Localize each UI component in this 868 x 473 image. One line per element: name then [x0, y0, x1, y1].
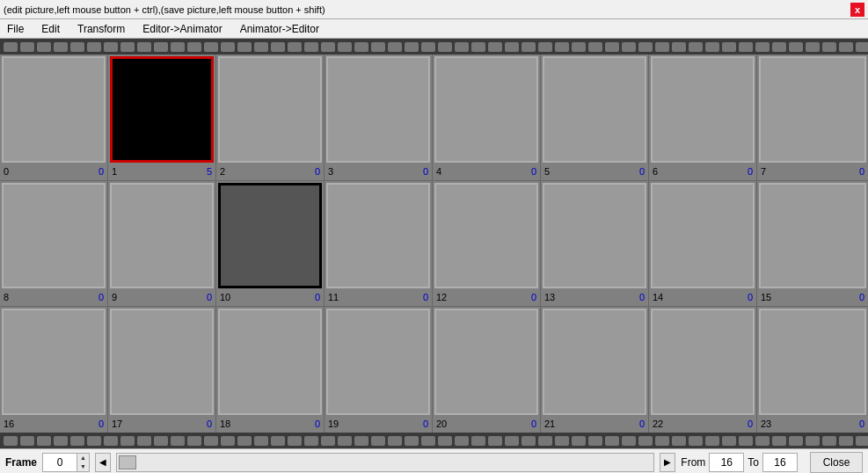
frame-val-21[interactable]: 0: [639, 418, 645, 429]
frame-cell-19[interactable]: 19 0: [325, 307, 433, 433]
frame-cell-10[interactable]: 10 0: [216, 181, 325, 307]
frame-scrollbar[interactable]: [116, 453, 654, 472]
frame-cell-12[interactable]: 12 0: [433, 181, 541, 307]
frame-val-22[interactable]: 0: [748, 418, 753, 429]
film-hole: [120, 436, 135, 446]
frame-cell-17[interactable]: 17 0: [108, 307, 216, 433]
film-hole: [254, 436, 268, 446]
frame-cell-2[interactable]: 2 0: [216, 55, 325, 180]
frame-cell-15[interactable]: 15 0: [757, 181, 868, 307]
frame-val-20[interactable]: 0: [531, 418, 536, 429]
window-close-button[interactable]: x: [850, 3, 864, 17]
frame-val-2[interactable]: 0: [315, 166, 320, 177]
frame-cell-18[interactable]: 18 0: [216, 307, 325, 433]
top-film-strip: [0, 39, 868, 55]
film-hole: [137, 436, 151, 446]
frame-thumbnail-11: [326, 183, 430, 289]
frame-val-8[interactable]: 0: [98, 292, 104, 302]
frame-spin-down[interactable]: ▼: [77, 462, 89, 471]
frame-val-0[interactable]: 0: [98, 166, 104, 177]
grid-row-1: 8 0 9 0 10 0 11 0: [0, 181, 868, 308]
frame-num-21: 21: [544, 418, 555, 429]
frame-val-5[interactable]: 0: [639, 166, 645, 177]
frame-val-16[interactable]: 0: [98, 418, 104, 429]
film-hole: [638, 42, 653, 52]
frame-cell-22[interactable]: 22 0: [649, 307, 757, 433]
frame-cell-4[interactable]: 4 0: [433, 55, 541, 180]
film-hole: [689, 42, 703, 52]
film-hole: [20, 436, 34, 446]
frame-cell-13[interactable]: 13 0: [541, 181, 649, 307]
frame-thumbnail-22: [651, 309, 755, 415]
frame-val-19[interactable]: 0: [423, 418, 428, 429]
menu-file[interactable]: File: [4, 21, 27, 37]
frame-val-6[interactable]: 0: [748, 166, 753, 177]
menu-edit[interactable]: Edit: [38, 21, 63, 37]
frame-cell-23[interactable]: 23 0: [757, 307, 868, 433]
nav-prev-button[interactable]: ◀: [95, 453, 111, 472]
frame-num-18: 18: [220, 418, 230, 429]
film-hole: [572, 436, 586, 446]
frame-input[interactable]: [42, 453, 77, 472]
frame-cell-20[interactable]: 20 0: [433, 307, 541, 433]
film-hole: [271, 436, 285, 446]
frame-val-15[interactable]: 0: [859, 292, 864, 302]
frame-cell-6[interactable]: 6 0: [649, 55, 757, 180]
film-hole: [354, 436, 368, 446]
film-hole: [70, 42, 84, 52]
film-hole: [655, 436, 669, 446]
to-input[interactable]: [762, 453, 798, 472]
frame-val-11[interactable]: 0: [423, 292, 428, 302]
frame-cell-21[interactable]: 21 0: [541, 307, 649, 433]
frame-cell-5[interactable]: 5 0: [541, 55, 649, 180]
frame-cell-14[interactable]: 14 0: [649, 181, 757, 307]
frame-cell-0[interactable]: 0 0: [0, 55, 108, 180]
film-hole: [689, 436, 703, 446]
frame-num-14: 14: [653, 292, 663, 302]
menu-transform[interactable]: Transform: [74, 21, 128, 37]
close-button[interactable]: Close: [810, 452, 863, 473]
frame-val-4[interactable]: 0: [531, 166, 536, 177]
nav-next-button[interactable]: ▶: [660, 453, 675, 472]
frame-val-23[interactable]: 0: [859, 418, 864, 429]
frame-val-9[interactable]: 0: [207, 292, 212, 302]
film-hole: [772, 436, 786, 446]
film-hole: [405, 42, 419, 52]
frame-val-12[interactable]: 0: [531, 292, 536, 302]
film-hole: [120, 42, 135, 52]
frame-val-13[interactable]: 0: [639, 292, 645, 302]
frame-spinner[interactable]: ▲ ▼: [42, 453, 90, 472]
menu-editor-animator[interactable]: Editor->Animator: [139, 21, 225, 37]
frame-cell-8[interactable]: 8 0: [0, 181, 108, 307]
frame-cell-11[interactable]: 11 0: [325, 181, 433, 307]
frame-val-14[interactable]: 0: [748, 292, 753, 302]
scrollbar-thumb[interactable]: [119, 455, 136, 469]
frame-val-18[interactable]: 0: [315, 418, 320, 429]
frame-val-3[interactable]: 0: [423, 166, 428, 177]
frame-cell-1[interactable]: 1 5: [108, 55, 216, 180]
grid-row-0: 0 0 1 5 2 0 3 0: [0, 55, 868, 181]
film-hole: [104, 42, 118, 52]
frame-val-17[interactable]: 0: [207, 418, 212, 429]
frame-spin-arrows[interactable]: ▲ ▼: [77, 453, 90, 472]
from-label: From: [681, 456, 705, 469]
film-hole: [638, 436, 653, 446]
frame-val-7[interactable]: 0: [859, 166, 864, 177]
menu-animator-editor[interactable]: Animator->Editor: [237, 21, 323, 37]
film-hole: [455, 436, 469, 446]
frame-cell-9[interactable]: 9 0: [108, 181, 216, 307]
film-hole: [271, 42, 285, 52]
frame-thumbnail-19: [326, 309, 430, 415]
frame-cell-7[interactable]: 7 0: [757, 55, 868, 180]
frame-val-1[interactable]: 5: [207, 166, 212, 177]
frame-cell-16[interactable]: 16 0: [0, 307, 108, 433]
frame-num-11: 11: [328, 292, 339, 302]
frame-val-10[interactable]: 0: [315, 292, 320, 302]
film-hole: [321, 42, 335, 52]
frame-cell-3[interactable]: 3 0: [325, 55, 433, 180]
film-hole: [187, 436, 201, 446]
film-hole: [87, 42, 101, 52]
frame-spin-up[interactable]: ▲: [77, 454, 89, 462]
film-hole: [171, 42, 185, 52]
from-input[interactable]: [709, 453, 744, 472]
